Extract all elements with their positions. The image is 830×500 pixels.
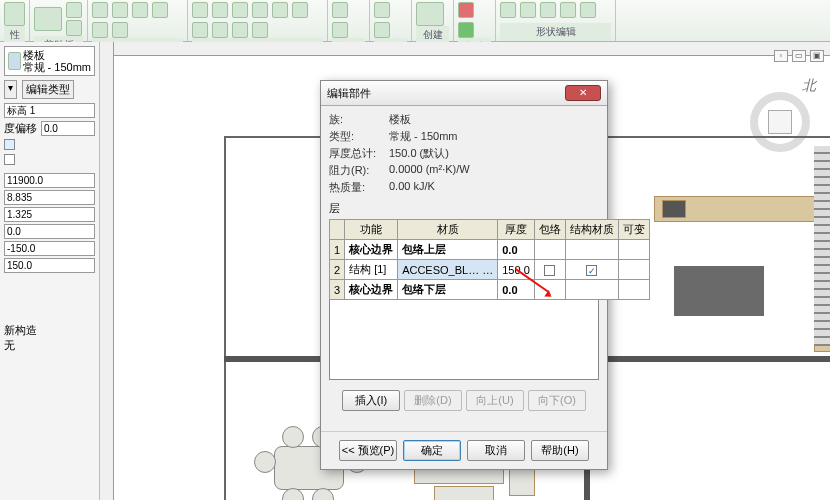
col-thickness: 厚度 [498, 220, 535, 240]
move-up-button[interactable]: 向上(U) [466, 390, 524, 411]
family-name: 楼板 [23, 49, 91, 61]
measure-icon[interactable] [374, 2, 390, 18]
shape-icon[interactable] [500, 2, 516, 18]
measure-icon[interactable] [374, 22, 390, 38]
filter-button[interactable]: ▾ [4, 80, 17, 99]
cancel-button[interactable]: 取消 [467, 440, 525, 461]
move-down-button[interactable]: 向下(O) [528, 390, 586, 411]
geom-icon[interactable] [112, 2, 128, 18]
close-button[interactable]: ✕ [565, 85, 601, 101]
layers-table[interactable]: 功能 材质 厚度 包络 结构材质 可变 1 核心边界 包络上层 0.0 2 结构… [329, 219, 650, 300]
thickness-value: 150.0 (默认) [389, 146, 599, 161]
create-icon[interactable] [416, 2, 444, 26]
table-row[interactable]: 1 核心边界 包络上层 0.0 [330, 240, 650, 260]
dialog-footer: << 预览(P) 确定 取消 帮助(H) [321, 431, 607, 469]
shape-icon[interactable] [580, 2, 596, 18]
mode-icon[interactable] [458, 2, 474, 18]
table-empty-area [329, 300, 599, 380]
none-label: 无 [4, 338, 95, 353]
col-struct-mat: 结构材质 [565, 220, 618, 240]
table-header-row: 功能 材质 厚度 包络 结构材质 可变 [330, 220, 650, 240]
value-field[interactable] [4, 241, 95, 256]
mass-value: 0.00 kJ/K [389, 180, 599, 195]
layers-label: 层 [329, 201, 599, 216]
ok-button[interactable]: 确定 [403, 440, 461, 461]
shape-icon[interactable] [560, 2, 576, 18]
value-field[interactable] [4, 173, 95, 188]
col-wrap: 包络 [534, 220, 565, 240]
dialog-title: 编辑部件 [327, 86, 371, 101]
shape-icon[interactable] [520, 2, 536, 18]
mode-icon[interactable] [458, 22, 474, 38]
ribbon: 性 剪贴板 几何图形 修改 视图 测量 创建 模式 形状编辑 [0, 0, 830, 42]
col-num [330, 220, 345, 240]
modify-icon[interactable] [272, 2, 288, 18]
type-name: 常规 - 150mm [23, 61, 91, 73]
modify-icon[interactable] [232, 2, 248, 18]
dialog-titlebar[interactable]: 编辑部件 ✕ [321, 81, 607, 106]
material-cell[interactable]: ACCESO_BL… … [398, 260, 498, 280]
modify-icon[interactable] [192, 2, 208, 18]
shape-icon[interactable] [540, 2, 556, 18]
geom-icon[interactable] [92, 2, 108, 18]
resistance-value: 0.0000 (m²·K)/W [389, 163, 599, 178]
col-material: 材质 [398, 220, 498, 240]
geom-icon[interactable] [92, 22, 108, 38]
col-variable: 可变 [618, 220, 649, 240]
level-field[interactable] [4, 103, 95, 118]
col-function: 功能 [345, 220, 398, 240]
type-value: 常规 - 150mm [389, 129, 599, 144]
table-row[interactable]: 3 核心边界 包络下层 0.0 [330, 280, 650, 300]
edit-assembly-dialog: 编辑部件 ✕ 族:楼板 类型:常规 - 150mm 厚度总计:150.0 (默认… [320, 80, 608, 470]
modify-icon[interactable] [252, 22, 268, 38]
help-button[interactable]: 帮助(H) [531, 440, 589, 461]
offset-label: 度偏移 [4, 121, 37, 136]
delete-button[interactable]: 删除(D) [404, 390, 462, 411]
table-row[interactable]: 2 结构 [1] ACCESO_BL… … 150.0 [330, 260, 650, 280]
edit-type-button[interactable]: 编辑类型 [22, 80, 74, 99]
new-construction-label: 新构造 [4, 323, 95, 338]
checkbox[interactable] [4, 154, 15, 165]
cut-icon[interactable] [66, 2, 82, 18]
type-selector[interactable]: 楼板 常规 - 150mm [4, 46, 95, 76]
structural-checkbox[interactable] [586, 265, 597, 276]
view-icon[interactable] [332, 22, 348, 38]
family-value: 楼板 [389, 112, 599, 127]
value-field[interactable] [4, 258, 95, 273]
geom-icon[interactable] [132, 2, 148, 18]
thickness-cell[interactable]: 150.0 [498, 260, 535, 280]
checkbox[interactable] [4, 139, 15, 150]
view-icon[interactable] [332, 2, 348, 18]
mass-label: 热质量: [329, 180, 389, 195]
type-label: 类型: [329, 129, 389, 144]
preview-button[interactable]: << 预览(P) [339, 440, 397, 461]
insert-button[interactable]: 插入(I) [342, 390, 400, 411]
modify-icon[interactable] [292, 2, 308, 18]
ruler-vertical [100, 42, 114, 500]
modify-icon[interactable] [232, 22, 248, 38]
floor-icon [8, 52, 21, 70]
properties-icon[interactable] [4, 2, 25, 26]
geom-icon[interactable] [112, 22, 128, 38]
modify-icon[interactable] [212, 22, 228, 38]
resistance-label: 阻力(R): [329, 163, 389, 178]
copy-icon[interactable] [66, 20, 82, 36]
assembly-info: 族:楼板 类型:常规 - 150mm 厚度总计:150.0 (默认) 阻力(R)… [329, 112, 599, 195]
thickness-label: 厚度总计: [329, 146, 389, 161]
ruler-horizontal [100, 42, 830, 56]
value-field[interactable] [4, 207, 95, 222]
wrap-checkbox[interactable] [544, 265, 555, 276]
layer-buttons: 插入(I) 删除(D) 向上(U) 向下(O) [329, 390, 599, 411]
value-field[interactable] [4, 224, 95, 239]
browse-icon[interactable]: … [482, 264, 493, 276]
modify-icon[interactable] [192, 22, 208, 38]
paste-icon[interactable] [34, 7, 62, 31]
modify-icon[interactable] [212, 2, 228, 18]
family-label: 族: [329, 112, 389, 127]
offset-field[interactable] [41, 121, 95, 136]
value-field[interactable] [4, 190, 95, 205]
properties-panel: 楼板 常规 - 150mm ▾ 编辑类型 度偏移 新构造 无 [0, 42, 100, 500]
rg-label: 形状编辑 [500, 23, 611, 41]
modify-icon[interactable] [252, 2, 268, 18]
geom-icon[interactable] [152, 2, 168, 18]
